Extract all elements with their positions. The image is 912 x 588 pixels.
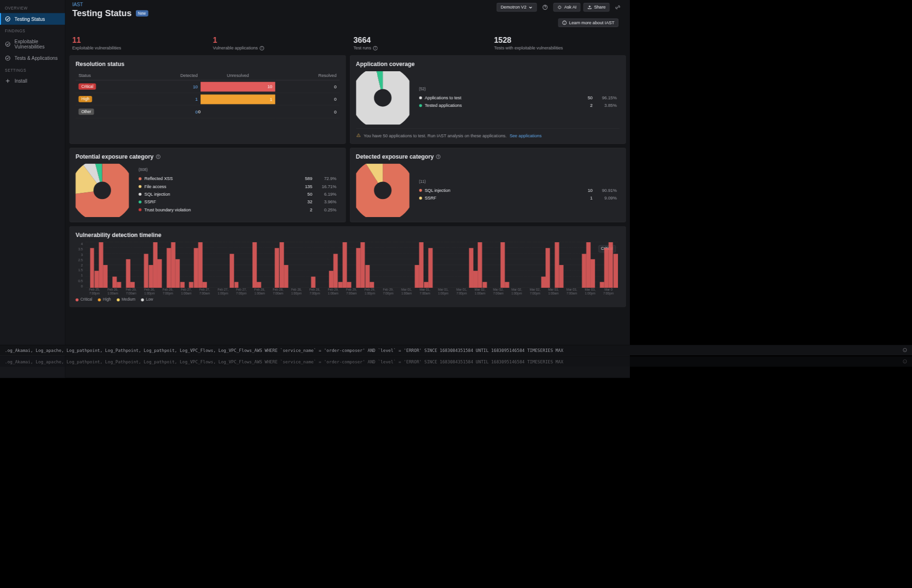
timeline-bar[interactable]: [541, 276, 545, 288]
sidebar-item-exploitable-vulns[interactable]: Exploitable Vulnerabilities: [0, 36, 65, 52]
info-icon[interactable]: [260, 46, 264, 50]
timeline-bar[interactable]: [501, 242, 505, 288]
timeline-bar[interactable]: [149, 265, 153, 288]
timeline-bar[interactable]: [505, 282, 509, 288]
timeline-bar[interactable]: [257, 282, 261, 288]
legend-item[interactable]: High: [98, 297, 111, 302]
timeline-bar[interactable]: [153, 242, 157, 288]
timeline-bar[interactable]: [469, 248, 473, 288]
legend-item[interactable]: SSRF19.09%: [419, 194, 617, 202]
timeline-bar[interactable]: [591, 259, 595, 288]
info-icon[interactable]: [156, 154, 160, 159]
detected-count[interactable]: 0: [195, 109, 198, 114]
timeline-bar[interactable]: [419, 242, 424, 288]
timeline-bar[interactable]: [586, 242, 590, 288]
info-icon[interactable]: [902, 359, 907, 365]
timeline-bar[interactable]: [252, 242, 256, 288]
timeline-bar[interactable]: [600, 282, 604, 288]
detected-count[interactable]: 1: [195, 96, 198, 101]
timeline-bar[interactable]: [275, 248, 279, 288]
timeline-bar[interactable]: [194, 248, 198, 288]
timeline-bar[interactable]: [171, 242, 175, 288]
timeline-bar[interactable]: [609, 242, 613, 288]
query-bar-2[interactable]: .og_Akamai, Log_apache, Log_pathpoint, L…: [0, 356, 912, 367]
help-button[interactable]: [540, 2, 551, 12]
timeline-bar[interactable]: [158, 259, 162, 288]
timeline-bar[interactable]: [370, 282, 374, 288]
timeline-bar[interactable]: [90, 248, 94, 288]
timeline-bar[interactable]: [99, 242, 103, 288]
timeline-bar[interactable]: [176, 259, 180, 288]
learn-more-button[interactable]: Learn more about IAST: [558, 19, 618, 27]
timeline-bar[interactable]: [126, 259, 130, 288]
timeline-bar[interactable]: [333, 254, 338, 288]
legend-item[interactable]: SQL injection1090.91%: [419, 186, 617, 194]
sidebar-item-tests-apps[interactable]: Tests & Applications: [0, 52, 65, 64]
timeline-bar[interactable]: [198, 242, 202, 288]
table-row[interactable]: Critical10100: [76, 80, 339, 93]
timeline-bar[interactable]: [478, 242, 482, 288]
legend-item[interactable]: Trust boundary violation20.25%: [139, 206, 337, 213]
query-text: .og_Akamai, Log_apache, Log_pathpoint, L…: [5, 348, 563, 353]
timeline-bar[interactable]: [356, 248, 361, 288]
timeline-bar[interactable]: [613, 254, 618, 288]
legend-item[interactable]: Medium: [117, 297, 135, 302]
timeline-bar[interactable]: [338, 282, 342, 288]
timeline-bar[interactable]: [559, 265, 563, 288]
timeline-bar[interactable]: [144, 254, 148, 288]
timeline-bar[interactable]: [311, 276, 315, 288]
info-icon[interactable]: [436, 154, 440, 159]
sidebar-item-install[interactable]: Install: [0, 75, 65, 86]
info-icon[interactable]: [902, 348, 907, 353]
table-row[interactable]: Other000: [76, 105, 339, 118]
copy-link-button[interactable]: [612, 2, 623, 12]
see-applications-link[interactable]: See applications: [510, 133, 542, 138]
breadcrumb[interactable]: IAST: [72, 2, 497, 7]
legend-item[interactable]: Applications to test5096.15%: [419, 94, 617, 101]
timeline-bar[interactable]: [113, 276, 117, 288]
timeline-bar[interactable]: [483, 282, 487, 288]
legend-item[interactable]: File access13516.71%: [139, 182, 337, 190]
legend-item[interactable]: Reflected XSS58972.9%: [139, 175, 337, 182]
timeline-bar[interactable]: [203, 282, 207, 288]
timeline-bar[interactable]: [95, 271, 99, 288]
table-row[interactable]: High110: [76, 93, 339, 105]
timeline-bar[interactable]: [117, 282, 121, 288]
share-button[interactable]: Share: [583, 3, 609, 11]
legend-item[interactable]: Low: [141, 297, 153, 302]
timeline-bar[interactable]: [180, 282, 184, 288]
timeline-bar[interactable]: [234, 282, 238, 288]
legend-item[interactable]: Critical: [76, 297, 92, 302]
timeline-bar[interactable]: [347, 282, 352, 288]
timeline-bar[interactable]: [329, 271, 333, 288]
detected-count[interactable]: 10: [193, 84, 198, 89]
account-picker[interactable]: Demotron V2: [497, 3, 537, 11]
legend-item[interactable]: Tested applications23.85%: [419, 102, 617, 109]
sidebar-item-testing-status[interactable]: Testing Status: [0, 13, 65, 25]
timeline-bar[interactable]: [424, 282, 428, 288]
timeline-bar[interactable]: [546, 248, 550, 288]
ask-ai-button[interactable]: Ask AI: [553, 3, 580, 11]
timeline-bar[interactable]: [279, 242, 284, 288]
timeline-bar[interactable]: [342, 242, 347, 288]
timeline-bar[interactable]: [284, 265, 288, 288]
timeline-bar[interactable]: [104, 265, 108, 288]
link-icon: [615, 4, 620, 10]
timeline-bar[interactable]: [167, 248, 171, 288]
timeline-bar[interactable]: [415, 265, 419, 288]
y-axis: 43.532.521.510.50: [76, 242, 84, 288]
timeline-bar[interactable]: [582, 254, 586, 288]
timeline-bar[interactable]: [361, 242, 365, 288]
timeline-bar[interactable]: [604, 248, 608, 288]
query-bar-1[interactable]: .og_Akamai, Log_apache, Log_pathpoint, L…: [0, 345, 912, 355]
timeline-bar[interactable]: [189, 282, 193, 288]
timeline-bar[interactable]: [230, 254, 234, 288]
legend-item[interactable]: SQL injection506.19%: [139, 190, 337, 198]
timeline-bar[interactable]: [428, 248, 433, 288]
timeline-bar[interactable]: [474, 271, 478, 288]
legend-item[interactable]: SSRF323.96%: [139, 198, 337, 206]
timeline-bar[interactable]: [555, 242, 559, 288]
timeline-bar[interactable]: [131, 282, 135, 288]
info-icon[interactable]: [373, 46, 377, 50]
timeline-bar[interactable]: [365, 265, 370, 288]
